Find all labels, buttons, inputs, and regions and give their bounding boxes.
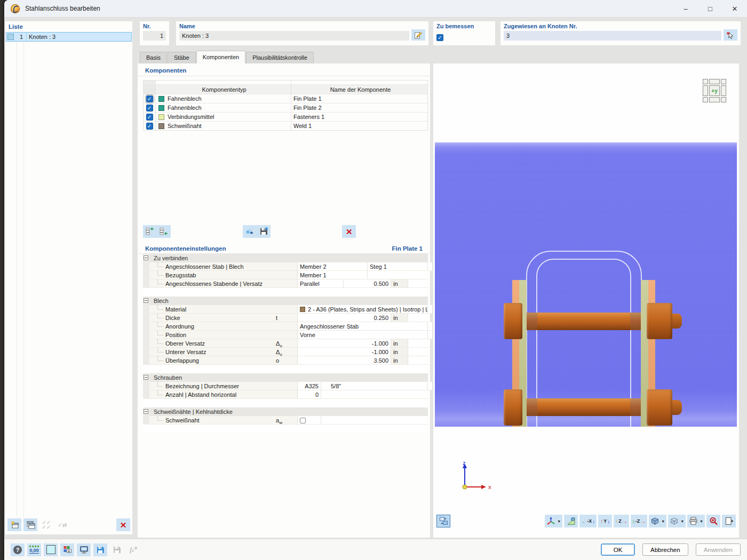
component-row-fin-plate-1[interactable]: ✓ Fahnenblech Fin Plate 1 — [144, 94, 427, 103]
list-item-knoten-3[interactable]: 1 Knoten : 3 — [6, 32, 132, 42]
collapse-icon[interactable] — [144, 298, 148, 303]
import-components-button[interactable] — [243, 225, 257, 238]
view-z-button[interactable]: ↑Z→ — [614, 515, 629, 527]
wireframe-mode-button[interactable]: ▼ — [668, 515, 686, 527]
settings-row-material: Material2 - A36 (Plates, Strips and Shee… — [143, 305, 428, 314]
svg-text:A: A — [68, 549, 70, 553]
maximize-button[interactable]: □ — [698, 0, 722, 17]
name-input[interactable]: Knoten : 3 — [179, 31, 409, 41]
setting-value[interactable]: 2 - A36 (Plates, Strips and Sheets) | Is… — [298, 305, 428, 314]
viewport-panel[interactable]: +y — [433, 63, 739, 538]
minimize-button[interactable]: – — [673, 0, 698, 17]
setting-value[interactable]: Angeschlossener Stab — [298, 322, 428, 331]
setting-value[interactable]: Member 2 — [298, 262, 368, 271]
setting-label: Material — [149, 305, 273, 314]
tab-plausibilit-tskontrolle[interactable]: Plausibilitätskontrolle — [246, 52, 314, 63]
component-row-weld-1[interactable]: ✓ Schweißnaht Weld 1 — [144, 121, 427, 130]
statusbar-icons: ?0,00Afx⊕ — [11, 543, 140, 556]
new-connection-button[interactable] — [7, 518, 21, 531]
components-panel: Komponenten Komponententyp Name der Komp… — [138, 63, 430, 538]
tab-st-be[interactable]: Stäbe — [168, 52, 196, 63]
tab-basis[interactable]: Basis — [140, 52, 167, 63]
view-minus-x-button[interactable]: ←-X↓ — [579, 515, 597, 527]
components-table: Komponententyp Name der Komponente ✓ Fah… — [143, 80, 428, 131]
setting-value[interactable]: Member 1 — [298, 271, 368, 279]
close-button[interactable]: ✕ — [722, 0, 747, 17]
tab-komponenten[interactable]: Komponenten — [196, 51, 246, 63]
dialog-title: Stahlanschluss bearbeiten — [25, 5, 100, 12]
save-view-default-button — [110, 543, 124, 556]
component-type-swatch — [158, 123, 164, 129]
setting-value[interactable]: -1.000 — [298, 348, 391, 356]
setting-symbol — [273, 390, 298, 399]
setting-value[interactable]: 0 — [298, 390, 321, 399]
component-type-swatch — [158, 114, 164, 120]
zoom-reset-button[interactable] — [706, 515, 720, 527]
ok-button[interactable]: OK — [601, 543, 635, 556]
component-name: Fin Plate 1 — [291, 95, 427, 102]
help-button[interactable]: ? — [11, 543, 25, 556]
nr-input[interactable]: 1 — [143, 31, 166, 41]
setting-symbol — [273, 331, 298, 339]
print-graphic-button[interactable]: ▼ — [687, 515, 705, 527]
setting-value[interactable]: 3.500 — [298, 356, 391, 365]
view-y-button[interactable]: ↑Y↓ — [598, 515, 612, 527]
component-checkbox[interactable]: ✓ — [146, 114, 153, 121]
component-checkbox[interactable]: ✓ — [146, 123, 153, 130]
setting-label: Unterer Versatz — [149, 348, 273, 356]
component-checkbox[interactable]: ✓ — [146, 95, 153, 102]
isometric-view-button[interactable]: ▼ — [545, 515, 562, 527]
edit-name-button[interactable] — [411, 29, 425, 41]
display-properties-button[interactable]: A — [60, 543, 74, 556]
setting-value[interactable]: 5/8" — [321, 382, 428, 390]
item-name: Knoten : 3 — [26, 33, 55, 41]
component-checkbox[interactable]: ✓ — [146, 105, 153, 111]
setting-value[interactable]: 0.500 — [344, 279, 391, 288]
setting-value[interactable]: -1.000 — [298, 339, 391, 348]
decimal-places-button[interactable]: 0,00 — [27, 543, 41, 556]
setting-label: Position — [149, 331, 273, 339]
apply-button: Anwenden — [696, 543, 741, 556]
item-color-swatch — [7, 34, 14, 40]
setting-value[interactable]: Steg 1 — [368, 262, 428, 271]
remove-component-button[interactable] — [157, 225, 171, 238]
viewport-sync-button[interactable] — [436, 515, 450, 527]
setting-value[interactable]: Parallel — [298, 279, 344, 288]
setting-value[interactable]: 0.250 — [298, 314, 391, 322]
to-design-checkbox[interactable]: ✓ — [436, 34, 443, 41]
cancel-button[interactable]: Abbrechen — [642, 543, 688, 556]
save-components-button[interactable] — [257, 225, 271, 238]
section-title: Blech — [149, 297, 428, 305]
delete-all-components-button[interactable]: ✕ — [342, 225, 356, 238]
assigned-nodes-group: Zugewiesen an Knoten Nr. 3 — [500, 21, 741, 45]
edit-steel-connection-dialog: Stahlanschluss bearbeiten – □ ✕ Liste 1 … — [4, 0, 747, 560]
weld-checkbox[interactable]: ✓ — [300, 418, 306, 423]
view-orientation-cube[interactable]: +y — [702, 78, 727, 103]
color-background-button[interactable] — [44, 543, 58, 556]
name-field-group: Name Knoten : 3 — [176, 21, 428, 45]
axis-z-label: z — [463, 460, 466, 466]
side-panel-button[interactable] — [722, 515, 736, 527]
settings-row-position: PositionVorne — [143, 331, 428, 339]
setting-value[interactable]: A325 — [298, 382, 321, 390]
render-mode-button[interactable]: ▼ — [649, 515, 666, 527]
component-row-fin-plate-2[interactable]: ✓ Fahnenblech Fin Plate 2 — [144, 103, 427, 112]
view-minus-z-button[interactable]: ↕-Z→ — [631, 515, 648, 527]
setting-checkbox-cell: ✓ — [298, 416, 321, 425]
save-view-settings-button[interactable] — [93, 543, 107, 556]
setting-value[interactable]: Vorne — [298, 331, 428, 339]
collapse-icon[interactable] — [144, 255, 148, 260]
component-row-fasteners-1[interactable]: ✓ Verbindungsmittel Fasteners 1 — [144, 112, 427, 121]
connection-list-panel: Liste 1 Knoten : 3 ✓✓✓✓✓⇄✕ — [5, 21, 132, 534]
measure-button[interactable] — [564, 515, 578, 527]
collapse-icon[interactable] — [144, 409, 148, 414]
copy-connection-button[interactable] — [23, 518, 37, 531]
delete-connection-button[interactable]: ✕ — [116, 518, 130, 531]
to-design-label: Zu bemessen — [436, 23, 492, 29]
assigned-nodes-input[interactable]: 3 — [504, 31, 721, 41]
pick-nodes-button[interactable] — [724, 29, 737, 41]
insert-component-button[interactable] — [143, 225, 157, 238]
monitor-settings-button[interactable] — [77, 543, 91, 556]
render-scene[interactable] — [435, 142, 737, 427]
collapse-icon[interactable] — [144, 375, 148, 380]
